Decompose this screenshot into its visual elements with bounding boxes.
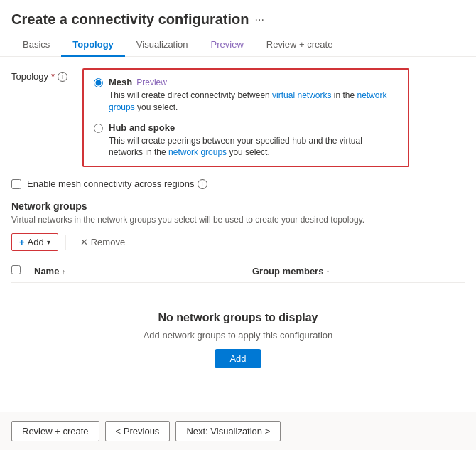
page-title: Create a connectivity configuration	[11, 11, 249, 28]
toolbar-divider	[65, 235, 66, 250]
header: Create a connectivity configuration ···	[0, 0, 476, 28]
tab-topology[interactable]: Topology	[61, 33, 125, 57]
previous-button[interactable]: < Previous	[105, 421, 171, 441]
tab-review-create[interactable]: Review + create	[255, 33, 345, 57]
col-members-header: Group members ↑	[252, 266, 465, 277]
remove-button[interactable]: ✕ Remove	[73, 234, 132, 250]
mesh-checkbox-label: Enable mesh connectivity across regions …	[27, 178, 207, 189]
empty-desc: Add network groups to apply this configu…	[144, 330, 333, 341]
mesh-checkbox-row: Enable mesh connectivity across regions …	[11, 178, 465, 189]
plus-icon: +	[19, 237, 25, 247]
table-select-all	[11, 265, 26, 277]
hub-spoke-label-row: Hub and spoke	[109, 122, 398, 133]
network-groups-desc: Virtual networks in the network groups y…	[11, 215, 465, 225]
mesh-radio[interactable]	[94, 78, 103, 87]
name-sort-icon[interactable]: ↑	[62, 268, 65, 276]
mesh-checkbox[interactable]	[11, 179, 21, 189]
tab-visualization[interactable]: Visualization	[125, 33, 200, 57]
tab-basics[interactable]: Basics	[11, 33, 61, 57]
ellipsis-menu[interactable]: ···	[255, 14, 264, 26]
topology-info-icon[interactable]: i	[58, 72, 67, 82]
tab-preview[interactable]: Preview	[200, 33, 255, 57]
hub-spoke-radio[interactable]	[94, 124, 103, 133]
topology-label: Topology * i	[11, 68, 82, 82]
mesh-vnet-link[interactable]: virtual networks	[272, 90, 331, 100]
mesh-description: This will create direct connectivity bet…	[109, 90, 398, 114]
network-groups-toolbar: + Add ▾ ✕ Remove	[11, 233, 465, 251]
hub-spoke-option-content: Hub and spoke This will create peerings …	[109, 122, 398, 159]
review-create-button[interactable]: Review + create	[11, 421, 99, 441]
hub-spoke-ng-link[interactable]: network groups	[168, 147, 227, 157]
content: Topology * i Mesh Preview This will crea…	[0, 57, 476, 412]
add-button[interactable]: + Add ▾	[11, 233, 58, 251]
col-name-header: Name ↑	[34, 266, 247, 277]
mesh-label: Mesh	[109, 77, 132, 87]
select-all-checkbox[interactable]	[11, 265, 21, 274]
network-groups-title: Network groups	[11, 200, 465, 212]
add-label: Add	[28, 237, 44, 247]
mesh-preview-badge: Preview	[136, 77, 167, 87]
x-icon: ✕	[80, 237, 88, 247]
footer: Review + create < Previous Next: Visuali…	[0, 412, 476, 450]
next-button[interactable]: Next: Visualization >	[175, 421, 281, 441]
hub-spoke-option: Hub and spoke This will create peerings …	[94, 122, 398, 159]
mesh-info-icon[interactable]: i	[198, 179, 207, 189]
hub-spoke-description: This will create peerings between your s…	[109, 135, 398, 159]
empty-title: No network groups to display	[158, 311, 318, 324]
tabs: Basics Topology Visualization Preview Re…	[0, 28, 476, 57]
remove-label: Remove	[91, 237, 125, 247]
table-header: Name ↑ Group members ↑	[11, 259, 465, 283]
empty-add-button[interactable]: Add	[215, 349, 260, 368]
topology-field-row: Topology * i Mesh Preview This will crea…	[11, 68, 465, 167]
page-container: Create a connectivity configuration ··· …	[0, 0, 476, 450]
chevron-down-icon: ▾	[47, 238, 50, 246]
mesh-option: Mesh Preview This will create direct con…	[94, 77, 398, 114]
mesh-option-content: Mesh Preview This will create direct con…	[109, 77, 398, 114]
members-sort-icon[interactable]: ↑	[326, 268, 330, 276]
mesh-label-row: Mesh Preview	[109, 77, 398, 87]
required-marker: *	[51, 71, 55, 82]
empty-state: No network groups to display Add network…	[11, 283, 465, 382]
hub-spoke-label: Hub and spoke	[109, 122, 175, 133]
topology-options-box: Mesh Preview This will create direct con…	[82, 68, 409, 167]
